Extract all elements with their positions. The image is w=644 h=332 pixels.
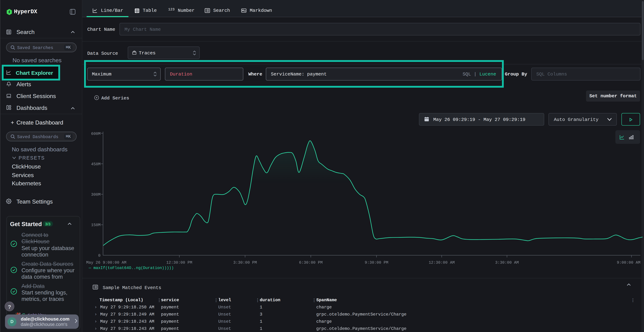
svg-text:3:30:00 PM: 3:30:00 PM (233, 260, 257, 265)
svg-text:12:30:00 AM: 12:30:00 AM (428, 260, 454, 265)
svg-text:9:00:00 AM: 9:00:00 AM (617, 260, 640, 265)
svg-text:0: 0 (98, 254, 100, 258)
svg-text:3:30:00 AM: 3:30:00 AM (495, 260, 519, 265)
svg-text:150M: 150M (91, 223, 100, 227)
svg-text:6:30:00 PM: 6:30:00 PM (299, 260, 322, 265)
svg-text:May 26 9:00:00 AM: May 26 9:00:00 AM (86, 260, 126, 265)
svg-text:450M: 450M (91, 162, 100, 166)
svg-text:12:30:00 PM: 12:30:00 PM (166, 260, 192, 265)
svg-text:9:30:00 PM: 9:30:00 PM (365, 260, 388, 265)
svg-text:600M: 600M (91, 132, 100, 136)
svg-text:300M: 300M (91, 192, 100, 197)
